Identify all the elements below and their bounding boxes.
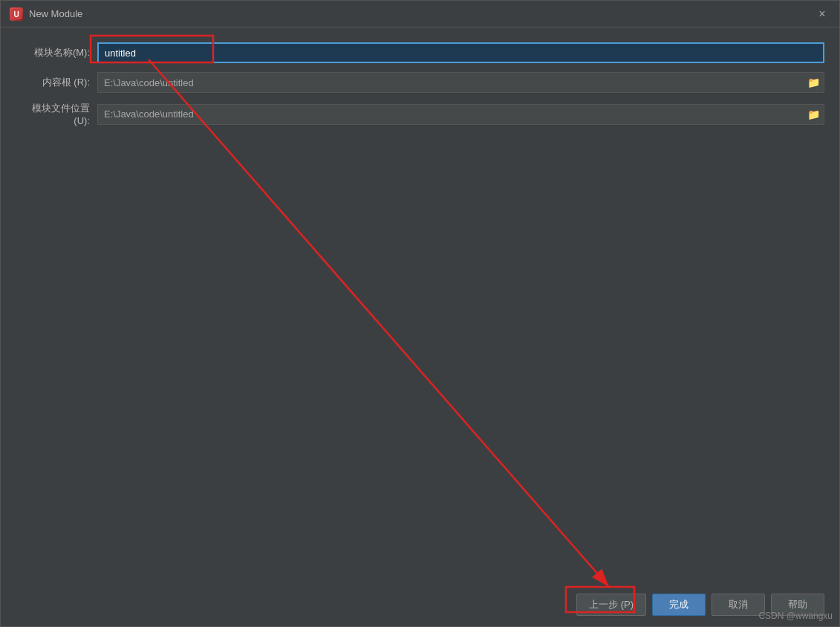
finish-button[interactable]: 完成 — [652, 594, 706, 616]
svg-text:U: U — [13, 10, 19, 19]
help-button[interactable]: 帮助 — [771, 594, 824, 616]
dialog-footer: 上一步 (P) 完成 取消 帮助 — [1, 586, 839, 626]
close-button[interactable]: × — [814, 6, 830, 22]
dialog-body: 模块名称(M): 内容根 (R): E:\Java\code\untitled … — [1, 27, 839, 586]
content-root-browse-icon[interactable]: 📁 — [807, 77, 820, 88]
dialog-title: New Module — [29, 8, 814, 19]
app-icon: U — [10, 7, 23, 21]
content-root-value: E:\Java\code\untitled — [97, 72, 824, 93]
module-file-location-value: E:\Java\code\untitled — [97, 104, 824, 125]
content-root-input-wrapper: E:\Java\code\untitled 📁 — [97, 72, 824, 93]
dialog-container: U New Module × 模块名称(M): 内容根 (R): E:\Java… — [0, 0, 840, 627]
module-file-location-row: 模块文件位置 (U): E:\Java\code\untitled 📁 — [16, 102, 824, 126]
module-name-input-wrapper — [97, 42, 824, 63]
prev-button[interactable]: 上一步 (P) — [576, 594, 646, 616]
module-file-location-label: 模块文件位置 (U): — [16, 102, 97, 126]
module-file-location-browse-icon[interactable]: 📁 — [807, 108, 820, 120]
cancel-button[interactable]: 取消 — [712, 594, 765, 616]
module-file-location-input-wrapper: E:\Java\code\untitled 📁 — [97, 104, 824, 125]
content-spacer — [16, 135, 824, 579]
content-root-label: 内容根 (R): — [16, 76, 97, 89]
content-root-row: 内容根 (R): E:\Java\code\untitled 📁 — [16, 72, 824, 93]
module-name-label: 模块名称(M): — [16, 46, 97, 59]
module-name-row: 模块名称(M): — [16, 42, 824, 63]
title-bar: U New Module × — [1, 1, 839, 27]
module-name-input[interactable] — [97, 42, 824, 63]
